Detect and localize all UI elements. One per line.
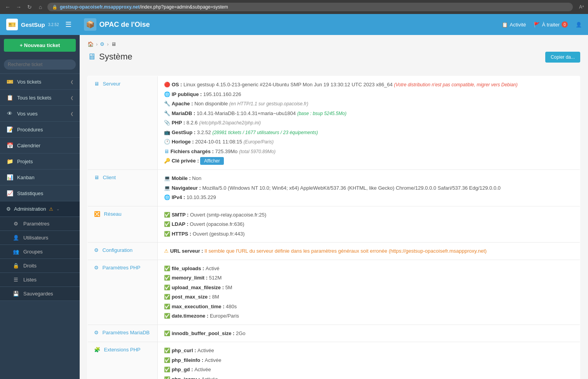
info-smtp: ✅ SMTP : Ouvert (smtp-relay.opacoise.fr:… xyxy=(164,211,574,219)
tous-tickets-icon: 📋 xyxy=(6,94,13,101)
hamburger-button[interactable]: ☰ xyxy=(65,20,72,29)
sidebar-search-container xyxy=(0,56,80,74)
chevron-icon: ❮ xyxy=(70,80,73,84)
info-php: 📎 PHP : 8.2.6 (/etc/php/8.2/apache2/php.… xyxy=(164,119,574,127)
statistiques-icon: 📈 xyxy=(6,190,13,196)
sidebar-label-sauvegardes: Sauvegardes xyxy=(23,291,53,297)
sidebar-item-parametres[interactable]: ⚙ Paramètres xyxy=(0,217,80,231)
info-os: 🔴 OS : Linux gestsup 4.15.0-213-generic … xyxy=(164,81,574,89)
sidebar-item-procedures[interactable]: 📝 Procédures xyxy=(0,122,80,138)
sidebar-item-listes[interactable]: ☰ Listes xyxy=(0,273,80,287)
php-params-icon: ⚙ xyxy=(94,265,99,271)
projets-icon: 📁 xyxy=(6,158,13,164)
sidebar-item-groupes[interactable]: 👥 Groupes xyxy=(0,245,80,259)
sidebar-item-administration[interactable]: ⚙ Administration ⚠ ⌄ xyxy=(0,201,80,217)
section-content-configuration: ⚠ URL serveur : Il semble que l'URL du s… xyxy=(158,243,580,260)
section-content-client: 💻 Mobile : Non 💻 Navigateur : Mozilla/5.… xyxy=(158,170,580,206)
navbar-title: 📦 OPAC de l'Oise xyxy=(84,18,150,31)
calendrier-icon: 📅 xyxy=(6,142,13,148)
sidebar-item-tous-tickets[interactable]: 📋 Tous les tickets ❮ xyxy=(0,90,80,106)
brand: 🎫 GestSup 3.2.52 xyxy=(6,19,59,30)
sidebar-item-sauvegardes[interactable]: 💾 Sauvegardes xyxy=(0,287,80,301)
back-button[interactable]: ← xyxy=(4,4,12,10)
ldap-check-icon: ✅ xyxy=(164,221,170,227)
smtp-check-icon: ✅ xyxy=(164,212,170,218)
table-row-client: 🖥 Client 💻 Mobile : Non 💻 Navigateur : xyxy=(88,170,580,206)
table-row-reseau: 🔀 Réseau ✅ SMTP : Ouvert (smtp-relay.opa… xyxy=(88,206,580,243)
admin-submenu: ⚙ Paramètres 👤 Utilisateurs 👥 Groupes 🔒 … xyxy=(0,217,80,301)
sidebar-item-calendrier[interactable]: 📅 Calendrier xyxy=(0,138,80,154)
sidebar-item-kanban[interactable]: 📊 Kanban xyxy=(0,169,80,185)
reseau-icon: 🔀 xyxy=(94,211,100,217)
breadcrumb-sep-2: › xyxy=(107,41,108,47)
https-check-icon: ✅ xyxy=(164,231,170,237)
home-button[interactable]: ⌂ xyxy=(37,4,44,10)
breadcrumb-sep-1: › xyxy=(96,41,98,47)
info-upload-max: ✅ upload_max_filesize : 5M xyxy=(164,284,574,292)
info-timezone: ✅ date.timezone : Europe/Paris xyxy=(164,312,574,320)
page-title-text: Système xyxy=(99,52,133,62)
section-label-extensions-php: 🧩 Extensions PHP xyxy=(88,342,158,379)
org-name: OPAC de l'Oise xyxy=(99,21,150,29)
sidebar-label-projets: Projets xyxy=(17,159,73,164)
activite-link[interactable]: 📋 Activité xyxy=(502,22,526,28)
new-ticket-button[interactable]: + Nouveau ticket xyxy=(4,39,76,52)
copy-button[interactable]: Copier da... xyxy=(545,52,580,63)
info-mariadb: 🔧 MariaDB : 10.4.31-MariaDB-1:10.4.31+ma… xyxy=(164,110,574,117)
monitor-icon: 🖥 xyxy=(111,41,116,47)
sidebar-item-statistiques[interactable]: 📈 Statistiques xyxy=(0,185,80,201)
droits-icon: 🔒 xyxy=(12,263,19,269)
info-php-curl: ✅ php_curl : Activée xyxy=(164,347,574,355)
info-https: ✅ HTTPS : Ouvert (gestsup.fr:443) xyxy=(164,230,574,238)
procedures-icon: 📝 xyxy=(6,126,13,133)
sidebar-item-vos-tickets[interactable]: 🎫 Vos tickets ❮ xyxy=(0,74,80,90)
search-input[interactable] xyxy=(4,59,76,70)
url-bar[interactable]: 🔒 gestsup-opacoisefr.msappproxy.net/inde… xyxy=(47,3,573,11)
chevron-icon-3: ❮ xyxy=(70,112,73,116)
sidebar-label-kanban: Kanban xyxy=(17,175,73,180)
sidebar-item-projets[interactable]: 📁 Projets xyxy=(0,154,80,169)
section-content-params-mariadb: ✅ innodb_buffer_pool_size : 2Go xyxy=(158,325,580,342)
kanban-icon: 📊 xyxy=(6,174,13,180)
main-content: 🏠 › ⚙ › 🖥 🖥 Système Copier da... xyxy=(80,35,588,379)
info-post-max: ✅ post_max_size : 8M xyxy=(164,293,574,301)
user-menu[interactable]: 👤 xyxy=(576,22,582,28)
sidebar-item-vos-vues[interactable]: 👁 Vos vues ❮ xyxy=(0,106,80,122)
section-label-configuration: ⚙ Configuration xyxy=(88,243,158,260)
sidebar: + Nouveau ticket 🎫 Vos tickets ❮ 📋 Tous … xyxy=(0,35,80,379)
section-label-serveur: 🖥 Serveur xyxy=(88,76,158,170)
section-content-params-php: ✅ file_uploads : Activé ✅ memory_limit :… xyxy=(158,260,580,325)
afficher-button[interactable]: Afficher xyxy=(200,157,223,165)
sidebar-item-droits[interactable]: 🔒 Droits xyxy=(0,259,80,273)
info-apache: 🔧 Apache : Non disponible (en HTTP/1.1 s… xyxy=(164,100,574,108)
info-ldap: ✅ LDAP : Ouvert (opacoise.fr:636) xyxy=(164,220,574,228)
brand-name: GestSup xyxy=(21,21,45,28)
info-max-exec: ✅ max_execution_time : 480s xyxy=(164,303,574,311)
info-ipv4: 🌐 IPv4 : 10.10.35.229 xyxy=(164,194,574,201)
url-domain: gestsup-opacoisefr.msappproxy.net xyxy=(60,4,140,10)
sauvegardes-icon: 💾 xyxy=(12,291,19,297)
browser-chrome: ← → ↻ ⌂ 🔒 gestsup-opacoisefr.msappproxy.… xyxy=(0,0,588,14)
a-traiter-label: À traiter xyxy=(542,22,560,28)
forward-button[interactable]: → xyxy=(15,4,23,10)
sidebar-label-statistiques: Statistiques xyxy=(17,190,73,196)
sidebar-item-utilisateurs[interactable]: 👤 Utilisateurs xyxy=(0,231,80,245)
sidebar-label-parametres: Paramètres xyxy=(23,221,49,227)
activite-label: Activité xyxy=(510,22,526,28)
flag-icon: 🚩 xyxy=(534,22,540,28)
info-url-serveur: ⚠ URL serveur : Il semble que l'URL du s… xyxy=(164,247,574,255)
sidebar-label-calendrier: Calendrier xyxy=(17,143,73,148)
home-icon[interactable]: 🏠 xyxy=(87,41,94,47)
url-path: /index.php?page=admin&subpage=system xyxy=(140,4,228,10)
info-ip: 🌐 IP publique : 195.101.160.226 xyxy=(164,91,574,98)
info-php-gd: ✅ php_gd : Activée xyxy=(164,366,574,374)
info-mobile: 💻 Mobile : Non xyxy=(164,175,574,182)
a-traiter-link[interactable]: 🚩 À traiter 0 xyxy=(534,21,568,28)
utilisateurs-icon: 👤 xyxy=(12,235,19,241)
reload-button[interactable]: ↻ xyxy=(26,4,33,10)
table-row-serveur: 🖥 Serveur 🔴 OS : Linux gestsup 4.15.0-21… xyxy=(88,76,580,170)
parametres-icon: ⚙ xyxy=(12,221,19,227)
sidebar-label-tous-tickets: Tous les tickets xyxy=(17,95,66,101)
vos-vues-icon: 👁 xyxy=(6,110,13,117)
settings-icon[interactable]: ⚙ xyxy=(100,41,105,47)
